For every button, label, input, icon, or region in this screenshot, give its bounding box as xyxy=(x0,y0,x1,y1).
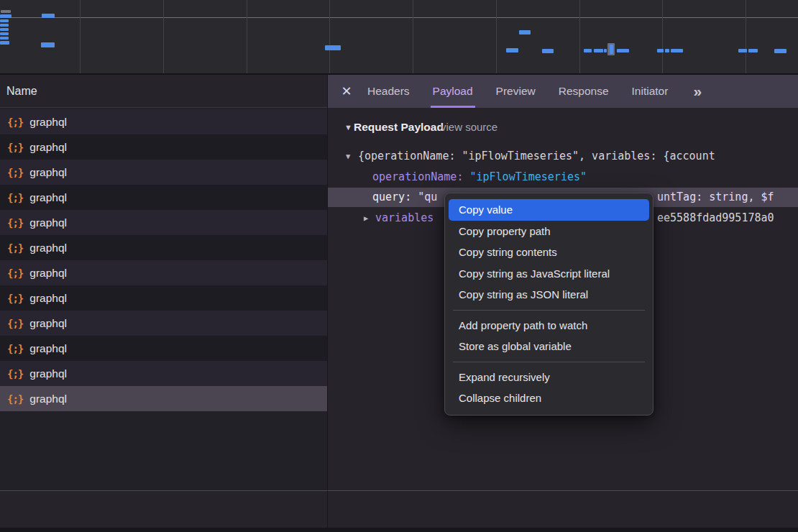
network-request-row[interactable]: {;}graphql xyxy=(0,109,327,134)
request-timing-bar[interactable] xyxy=(506,48,518,52)
context-menu-item[interactable]: Copy string as JSON literal xyxy=(445,284,653,306)
request-timing-bar[interactable] xyxy=(774,49,786,53)
network-request-row[interactable]: {;}graphql xyxy=(0,160,327,185)
request-timing-bar[interactable] xyxy=(671,49,683,52)
overview-grid-line xyxy=(80,0,81,73)
footer-summary-left xyxy=(0,490,327,532)
request-timing-bar[interactable] xyxy=(610,45,613,54)
request-timing-bar[interactable] xyxy=(748,49,758,52)
context-menu-item[interactable]: Copy string as JavaScript literal xyxy=(445,263,653,285)
overview-grid-line xyxy=(247,0,247,73)
request-timing-bar[interactable] xyxy=(0,19,9,22)
request-timing-bar[interactable] xyxy=(325,45,341,50)
tab-payload[interactable]: Payload xyxy=(431,75,475,108)
network-overview[interactable] xyxy=(0,0,798,75)
network-request-row[interactable]: {;}graphql xyxy=(0,336,327,361)
request-timing-bar[interactable] xyxy=(594,49,603,52)
view-source-link[interactable]: view source xyxy=(441,118,497,137)
tab-headers[interactable]: Headers xyxy=(365,75,412,108)
network-request-row[interactable]: {;}graphql xyxy=(0,361,327,386)
request-timing-bar[interactable] xyxy=(604,49,607,52)
section-collapse-triangle-icon[interactable]: ▼ xyxy=(344,118,352,137)
double-chevron-icon: » xyxy=(693,83,700,100)
tree-row-operation-name[interactable]: operationName: "ipFlowTimeseries" xyxy=(328,168,798,187)
tree-root-row[interactable]: ▼ {operationName: "ipFlowTimeseries", va… xyxy=(328,147,798,166)
tab-initiator[interactable]: Initiator xyxy=(630,75,671,108)
name-column-header[interactable]: Name xyxy=(0,75,327,108)
request-timing-bar[interactable] xyxy=(1,10,11,13)
request-name: graphql xyxy=(29,367,67,380)
request-timing-bar[interactable] xyxy=(617,49,629,52)
request-timing-bar[interactable] xyxy=(0,24,9,27)
request-timing-bar[interactable] xyxy=(665,49,669,52)
root-collapse-triangle-icon[interactable]: ▼ xyxy=(346,147,350,166)
request-timing-bar[interactable] xyxy=(42,14,55,18)
json-braces-icon: {;} xyxy=(7,192,23,203)
request-timing-bar[interactable] xyxy=(584,49,592,52)
footer-row xyxy=(0,490,798,532)
json-braces-icon: {;} xyxy=(7,343,23,354)
request-name: graphql xyxy=(29,393,67,405)
property-value-left-fragment: "qu xyxy=(418,191,437,203)
network-request-row[interactable]: {;}graphql xyxy=(0,185,327,210)
property-value-right-fragment: untTag: string, $f xyxy=(657,188,774,207)
close-panel-button[interactable]: ✕ xyxy=(328,75,365,108)
json-braces-icon: {;} xyxy=(7,242,23,254)
section-title: Request Payload xyxy=(354,118,444,137)
request-name: graphql xyxy=(29,116,67,129)
request-timing-bar[interactable] xyxy=(0,41,9,45)
window-bottom-edge xyxy=(0,528,798,532)
network-request-row[interactable]: {;}graphql xyxy=(0,260,327,285)
property-key: operationName: xyxy=(372,170,469,183)
network-request-row[interactable]: {;}graphql xyxy=(0,210,327,235)
context-menu-item[interactable]: Add property path to watch xyxy=(445,315,653,336)
request-timing-bar[interactable] xyxy=(738,49,747,52)
request-timing-bar[interactable] xyxy=(0,37,9,40)
close-icon: ✕ xyxy=(341,83,352,99)
request-name: graphql xyxy=(29,216,67,229)
request-timing-bar[interactable] xyxy=(0,32,9,35)
overflow-tabs-button[interactable]: » xyxy=(689,75,705,108)
request-name: graphql xyxy=(29,242,67,254)
property-key: variables xyxy=(375,208,434,228)
request-name: graphql xyxy=(29,191,67,204)
context-menu: Copy valueCopy property pathCopy string … xyxy=(444,193,653,416)
request-name: graphql xyxy=(29,267,67,280)
json-braces-icon: {;} xyxy=(7,217,23,229)
payload-section-header[interactable]: ▼ Request Payload view source xyxy=(328,118,798,137)
network-request-row[interactable]: {;}graphql xyxy=(0,285,327,311)
tab-preview[interactable]: Preview xyxy=(494,75,538,108)
context-menu-item[interactable]: Copy string contents xyxy=(445,242,653,263)
request-timing-bar[interactable] xyxy=(519,30,531,35)
request-timing-bar[interactable] xyxy=(0,14,12,18)
json-braces-icon: {;} xyxy=(7,318,23,329)
context-menu-item[interactable]: Expand recursively xyxy=(445,367,653,388)
overview-grid-line xyxy=(163,0,164,73)
overview-grid-line xyxy=(329,0,330,73)
request-timing-bar[interactable] xyxy=(0,28,9,31)
json-braces-icon: {;} xyxy=(7,116,23,128)
network-request-row[interactable]: {;}graphql xyxy=(0,134,327,160)
network-request-row[interactable]: {;}graphql xyxy=(0,311,327,336)
menu-separator xyxy=(453,310,645,311)
detail-tab-bar: ✕ HeadersPayloadPreviewResponseInitiator… xyxy=(327,75,798,108)
context-menu-item[interactable]: Collapse children xyxy=(445,387,653,409)
request-timing-bar[interactable] xyxy=(542,49,554,53)
network-request-row[interactable]: {;}graphql xyxy=(0,235,327,260)
context-menu-item[interactable]: Copy value xyxy=(449,199,649,221)
root-object-preview: {operationName: "ipFlowTimeseries", vari… xyxy=(358,147,715,166)
json-braces-icon: {;} xyxy=(7,142,23,153)
main-split: {;}graphql{;}graphql{;}graphql{;}graphql… xyxy=(0,108,798,490)
variables-preview-fragment: ee5588fdad995178a0 xyxy=(657,208,774,228)
request-timing-bar[interactable] xyxy=(41,42,55,47)
context-menu-item[interactable]: Copy property path xyxy=(445,221,653,242)
request-timing-bar[interactable] xyxy=(657,49,664,52)
network-request-row[interactable]: {;}graphql xyxy=(0,386,327,411)
tab-response[interactable]: Response xyxy=(556,75,611,108)
variables-expand-triangle-icon[interactable]: ▶ xyxy=(364,208,368,228)
property-key: query: xyxy=(372,191,418,203)
footer-right xyxy=(327,490,798,532)
request-name: graphql xyxy=(29,292,67,305)
request-name: graphql xyxy=(29,166,67,179)
context-menu-item[interactable]: Store as global variable xyxy=(445,336,653,357)
